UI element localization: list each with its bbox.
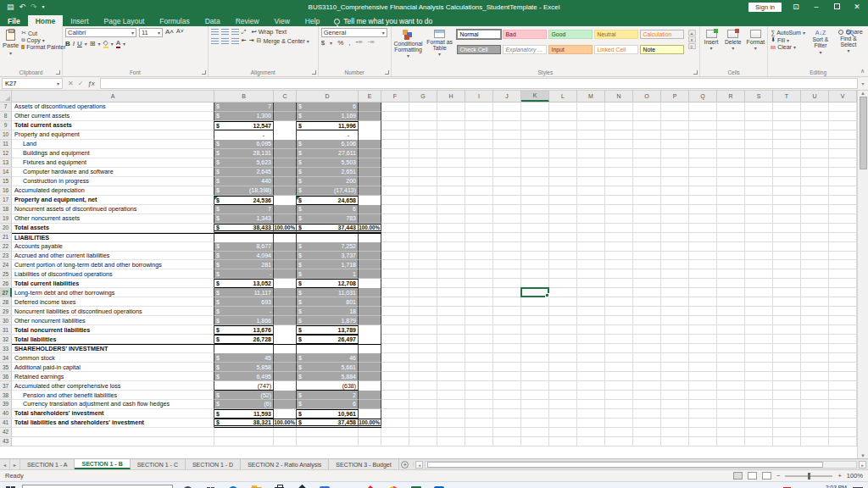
grid-cell[interactable] [549, 269, 577, 279]
row-label[interactable]: Deferred income taxes [12, 297, 214, 307]
grid-cell[interactable] [409, 233, 437, 242]
row-label[interactable]: Long-term debt and other borrowings [12, 288, 214, 297]
grid-cell[interactable] [689, 288, 717, 297]
grid-cell[interactable] [605, 391, 633, 400]
grid-cell[interactable] [633, 307, 661, 316]
grid-cell[interactable] [661, 400, 689, 409]
grid-cell[interactable] [465, 233, 493, 242]
grid-cell[interactable]: $6,106 [297, 140, 359, 149]
grid-cell[interactable] [689, 325, 717, 335]
align-right-icon[interactable] [231, 38, 239, 44]
grid-cell[interactable] [493, 307, 521, 316]
grid-cell[interactable]: $6,095 [214, 140, 274, 149]
grid-cell[interactable] [605, 335, 633, 344]
grid-cell[interactable] [633, 242, 661, 252]
grid-cell[interactable] [359, 353, 381, 363]
grid-cell[interactable] [745, 112, 773, 121]
grid-cell[interactable] [465, 130, 493, 140]
grid-cell[interactable] [717, 121, 745, 130]
row-header-27[interactable]: 27 [0, 288, 12, 297]
grid-cell[interactable] [689, 279, 717, 288]
grid-cell[interactable] [661, 140, 689, 149]
row-header-34[interactable]: 34 [0, 353, 12, 363]
grid-cell[interactable] [633, 121, 661, 130]
grid-cell[interactable] [493, 297, 521, 307]
zoom-level[interactable]: 100% [847, 472, 863, 480]
grid-cell[interactable] [297, 428, 359, 437]
grid-cell[interactable] [801, 391, 829, 400]
grid-cell[interactable] [773, 233, 801, 242]
grid-cell[interactable] [801, 428, 829, 437]
grid-cell[interactable] [381, 158, 409, 168]
grid-cell[interactable] [521, 325, 549, 335]
grid-cell[interactable] [493, 196, 521, 205]
grid-cell[interactable] [521, 400, 549, 409]
accounting-format-icon[interactable]: $ [321, 39, 325, 47]
grid-cell[interactable] [661, 205, 689, 214]
grid-cell[interactable] [773, 428, 801, 437]
grid-cell[interactable] [521, 186, 549, 196]
grid-cell[interactable] [274, 316, 297, 325]
grid-cell[interactable] [437, 353, 465, 363]
column-header-Q[interactable]: Q [689, 91, 717, 102]
grid-cell[interactable]: $13,052 [214, 279, 274, 288]
cell-style-neutral[interactable]: Neutral [594, 30, 638, 39]
grid-cell[interactable] [359, 252, 381, 261]
grid-cell[interactable] [437, 140, 465, 149]
grid-cell[interactable] [801, 121, 829, 130]
grid-cell[interactable]: $1,300 [214, 112, 274, 121]
cell-style-calculation[interactable]: Calculation [640, 30, 684, 39]
grid-cell[interactable] [773, 400, 801, 409]
grid-cell[interactable] [465, 335, 493, 344]
grid-cell[interactable] [409, 242, 437, 252]
grid-cell[interactable] [381, 437, 409, 446]
grid-cell[interactable] [381, 112, 409, 121]
grid-cell[interactable] [633, 103, 661, 112]
grid-cell[interactable] [717, 381, 745, 391]
cell-style-explanatory-[interactable]: Explanatory ... [503, 45, 547, 54]
grid-cell[interactable] [745, 335, 773, 344]
grid-cell[interactable] [773, 214, 801, 224]
grid-cell[interactable] [549, 103, 577, 112]
grid-cell[interactable]: $45 [214, 353, 274, 363]
row-label[interactable]: LIABILITIES [12, 233, 214, 242]
row-header-33[interactable]: 33 [0, 344, 12, 353]
grid-cell[interactable] [409, 177, 437, 186]
grid-cell[interactable] [605, 325, 633, 335]
grid-cell[interactable] [409, 344, 437, 353]
grid-cell[interactable] [409, 297, 437, 307]
grid-cell[interactable] [359, 344, 381, 353]
grid-cell[interactable] [493, 186, 521, 196]
grid-cell[interactable] [437, 260, 465, 269]
grid-cell[interactable]: $3,737 [297, 252, 359, 261]
grid-cell[interactable] [689, 335, 717, 344]
grid-cell[interactable] [549, 233, 577, 242]
grid-cell[interactable]: $6 [297, 205, 359, 214]
grid-cell[interactable] [381, 400, 409, 409]
grid-cell[interactable] [381, 168, 409, 177]
grid-cell[interactable] [465, 391, 493, 400]
grid-cell[interactable] [605, 130, 633, 140]
grid-cell[interactable] [437, 325, 465, 335]
grid-cell[interactable] [549, 149, 577, 158]
grid-cell[interactable] [493, 335, 521, 344]
grid-cell[interactable] [717, 252, 745, 261]
underline-button[interactable]: U [77, 40, 82, 47]
grid-cell[interactable] [521, 177, 549, 186]
grid-cell[interactable] [633, 409, 661, 419]
customize-qat-icon[interactable]: ▾ [42, 0, 45, 14]
grid-cell[interactable]: $7 [214, 205, 274, 214]
number-format-select[interactable]: General▾ [321, 28, 387, 37]
splitter-dots[interactable]: ⁞ [413, 462, 415, 467]
grid-cell[interactable] [689, 419, 717, 428]
grid-cell[interactable]: - [297, 130, 359, 140]
grid-cell[interactable] [801, 205, 829, 214]
grid-cell[interactable] [465, 186, 493, 196]
grid-cell[interactable] [745, 260, 773, 269]
percent-style-icon[interactable]: % [337, 39, 343, 47]
grid-cell[interactable] [689, 224, 717, 233]
grid-cell[interactable] [549, 363, 577, 372]
clear-button[interactable]: Clear ▾ [771, 44, 805, 50]
row-header-37[interactable]: 37 [0, 381, 12, 391]
grid-cell[interactable] [745, 437, 773, 446]
